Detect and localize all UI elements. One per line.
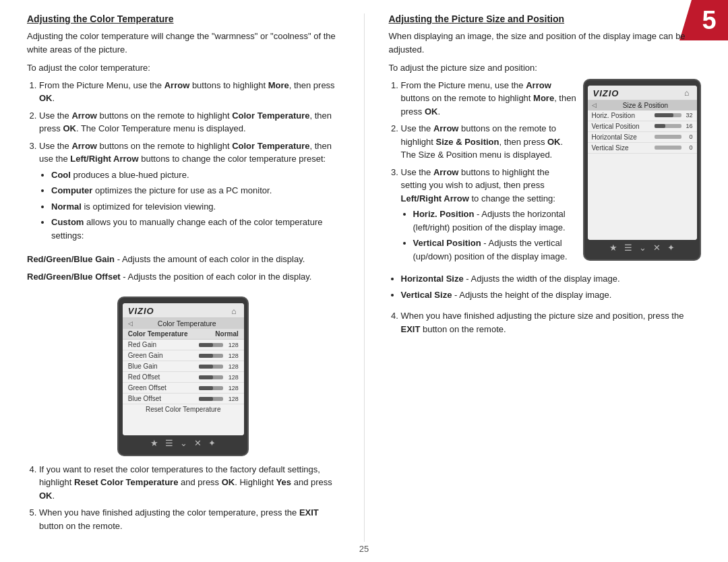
right-bullet-list: Horiz. Position - Adjusts the horizontal… [401, 208, 577, 263]
size-pos-screen: VIZIO ⌂ ◁ Size & Position Horiz. Positio… [588, 86, 697, 240]
menu-row-green-offset: Green Offset 128 [123, 383, 244, 394]
star-icon-right: ★ [609, 243, 617, 253]
column-divider [364, 13, 365, 542]
left-bullet-cool: Cool produces a blue-hued picture. [51, 168, 340, 182]
right-extra-bullets: Horizontal Size - Adjusts the width of t… [389, 272, 702, 304]
page-number: 25 [359, 544, 369, 554]
left-sub-items: Red/Green/Blue Gain - Adjusts the amount… [27, 253, 340, 287]
star-icon: ★ [150, 438, 158, 448]
color-temp-menu-content: Color Temperature Normal Red Gain 128 Gr… [123, 329, 244, 435]
size-pos-tv-mockup: VIZIO ⌂ ◁ Size & Position Horiz. Positio… [583, 79, 701, 261]
gear-icon-right: ✦ [667, 243, 675, 253]
left-step-5: When you have finished adjusting the col… [39, 506, 340, 532]
left-intro: Adjusting the color temperature will cha… [27, 30, 340, 56]
menu-row-red-offset: Red Offset 128 [123, 372, 244, 383]
reset-row: Reset Color Temperature [123, 404, 244, 414]
left-step-intro: To adjust the color temperature: [27, 61, 340, 75]
right-bullet-horiz: Horiz. Position - Adjusts the horizontal… [413, 208, 577, 234]
sp-row-vert-size: Vertical Size 0 [588, 143, 697, 154]
left-bullet-custom: Custom allows you to manually change eac… [51, 216, 340, 242]
color-temp-screen: VIZIO ⌂ ◁ Color Temperature Color Temper… [123, 303, 244, 435]
gear-icon: ✦ [208, 438, 216, 448]
right-step-1: From the Picture menu, use the Arrow but… [401, 79, 577, 119]
menu-row-blue-gain: Blue Gain 128 [123, 361, 244, 372]
menu-icon-right: ☰ [624, 243, 632, 253]
left-step-1: From the Picture Menu, use the Arrow but… [39, 79, 340, 105]
right-steps-and-tv: From the Picture menu, use the Arrow but… [389, 79, 702, 269]
sp-menu-title: Size & Position [599, 102, 693, 109]
left-bullet-computer: Computer optimizes the picture for use a… [51, 184, 340, 197]
home-icon-left: ⌂ [229, 307, 239, 316]
color-temp-menu-bar: ◁ Color Temperature [123, 318, 244, 329]
page-tab-number: 5 [702, 6, 716, 35]
left-bullet-normal: Normal is optimized for television viewi… [51, 200, 340, 214]
vizio-logo-left: VIZIO [128, 306, 154, 316]
sp-row-horiz-pos: Horiz. Position 32 [588, 111, 697, 121]
sp-row-horiz-size: Horizontal Size 0 [588, 132, 697, 143]
left-step-3: Use the Arrow buttons on the remote to h… [39, 139, 340, 243]
right-bullet-vert-size: Vertical Size - Adjusts the height of th… [401, 288, 702, 302]
right-steps-container: From the Picture menu, use the Arrow but… [389, 79, 577, 269]
menu-back-arrow: ◁ [128, 320, 133, 327]
sp-menu-content: Horiz. Position 32 Vertical Position 16 [588, 111, 697, 240]
menu-header-label: Color Temperature [128, 330, 188, 338]
right-column: Adjusting the Picture Size and Position … [389, 13, 702, 542]
menu-header-value: Normal [215, 330, 238, 338]
right-step-4: When you have finished adjusting the pic… [401, 309, 702, 336]
sp-back-arrow: ◁ [592, 102, 597, 108]
menu-bar-title: Color Temperature [135, 319, 239, 327]
color-temp-logo-bar: VIZIO ⌂ [123, 303, 244, 318]
sp-menu-bar: ◁ Size & Position [588, 100, 697, 111]
menu-row-red-gain: Red Gain 128 [123, 340, 244, 350]
right-step-4-list: When you have finished adjusting the pic… [389, 309, 702, 340]
right-step-2: Use the Arrow buttons on the remote to h… [401, 122, 577, 162]
tv-controls-left: ★ ☰ ⌄ ✕ ✦ [150, 435, 216, 449]
left-sub-rgb-offset: Red/Green/Blue Offset - Adjusts the posi… [27, 270, 340, 284]
x-icon-right: ✕ [653, 243, 661, 253]
right-section-title: Adjusting the Picture Size and Position [389, 13, 702, 24]
right-step-intro: To adjust the picture size and position: [389, 61, 702, 75]
x-icon: ✕ [194, 438, 202, 448]
right-steps-list: From the Picture menu, use the Arrow but… [389, 79, 577, 263]
left-column: Adjusting the Color Temperature Adjustin… [27, 13, 340, 542]
sp-row-vert-pos: Vertical Position 16 [588, 121, 697, 132]
tv-controls-right: ★ ☰ ⌄ ✕ ✦ [609, 240, 675, 254]
left-steps-list: From the Picture Menu, use the Arrow but… [27, 79, 340, 248]
down-icon-right: ⌄ [639, 243, 646, 253]
left-steps-4-5: If you want to reset the color temperatu… [27, 463, 340, 537]
vizio-logo-right: VIZIO [593, 88, 619, 98]
right-bullet-vertical: Vertical Position - Adjusts the vertical… [413, 237, 577, 263]
size-pos-logo-bar: VIZIO ⌂ [588, 86, 697, 100]
color-temp-tv-mockup: VIZIO ⌂ ◁ Color Temperature Color Temper… [117, 296, 249, 456]
right-intro: When displaying an image, the size and p… [389, 30, 702, 56]
left-step-2: Use the Arrow buttons on the remote to h… [39, 109, 340, 135]
down-icon: ⌄ [180, 438, 187, 448]
menu-row-blue-offset: Blue Offset 128 [123, 394, 244, 404]
left-step-4: If you want to reset the color temperatu… [39, 463, 340, 503]
left-section-title: Adjusting the Color Temperature [27, 13, 340, 24]
menu-icon: ☰ [165, 438, 173, 448]
right-step-3: Use the Arrow buttons to highlight the s… [401, 166, 577, 263]
menu-header-row: Color Temperature Normal [123, 329, 244, 340]
left-sub-rgb-gain: Red/Green/Blue Gain - Adjusts the amount… [27, 253, 340, 266]
right-bullet-horiz-size: Horizontal Size - Adjusts the width of t… [401, 272, 702, 286]
menu-row-green-gain: Green Gain 128 [123, 350, 244, 361]
left-bullet-list: Cool produces a blue-hued picture. Compu… [39, 168, 340, 243]
home-icon-right: ⌂ [682, 88, 692, 98]
